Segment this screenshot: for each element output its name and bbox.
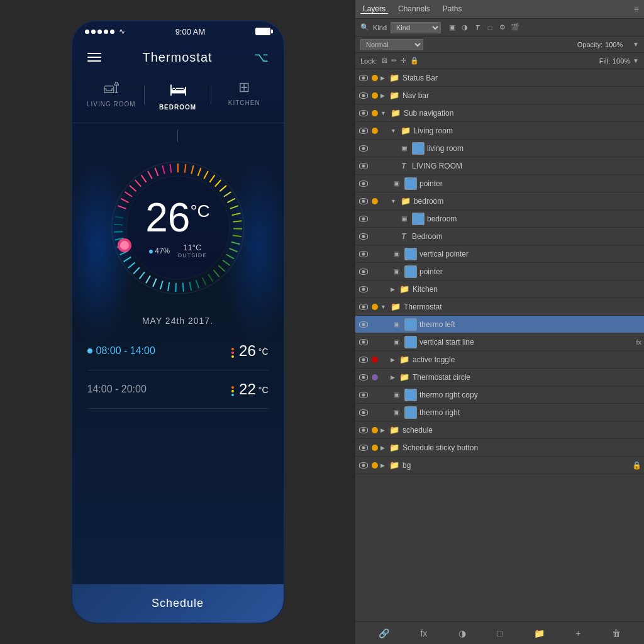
expand-icon-status-bar[interactable]: ▶ xyxy=(380,75,385,81)
expand-icon-bedroom-group[interactable]: ▼ xyxy=(391,198,396,204)
layer-item-kitchen-group[interactable]: ▶📁Kitchen xyxy=(355,280,644,298)
layer-item-bedroom-group[interactable]: ▼📁bedroom xyxy=(355,192,644,210)
thermostat-circle[interactable]: 26 ° C ● 47% 11°C OUTSIDE xyxy=(103,152,253,303)
fill-value[interactable]: 100% xyxy=(613,57,630,65)
visibility-icon-bg-group[interactable] xyxy=(358,460,369,471)
lock-transparent-icon[interactable]: ⊠ xyxy=(382,57,387,65)
smart-filter-icon[interactable]: ⚙ xyxy=(497,23,508,33)
visibility-icon-kitchen-group[interactable] xyxy=(358,284,369,295)
schedule-button[interactable]: Schedule xyxy=(72,584,284,623)
visibility-icon-thermostat-circle[interactable] xyxy=(358,372,369,383)
visibility-icon-living-room-group[interactable] xyxy=(358,125,369,136)
visibility-icon-nav-bar[interactable] xyxy=(358,90,369,101)
delete-icon[interactable]: 🗑 xyxy=(612,628,621,638)
schedule-item-2[interactable]: 14:00 - 20:00 22 °C xyxy=(87,370,269,409)
opacity-arrow[interactable]: ▼ xyxy=(633,41,639,48)
visibility-icon-thermo-right[interactable] xyxy=(358,407,369,418)
visibility-icon-bedroom-text[interactable] xyxy=(358,231,369,242)
thumbnail-living-room-layer xyxy=(412,142,425,155)
visibility-icon-pointer2[interactable] xyxy=(358,266,369,277)
expand-icon-thermostat-circle[interactable]: ▶ xyxy=(391,374,395,380)
expand-icon-thermostat-group[interactable]: ▼ xyxy=(380,304,386,310)
video-filter-icon[interactable]: 🎬 xyxy=(510,23,520,33)
filter-type-dropdown[interactable]: Kind xyxy=(391,22,441,33)
layer-item-vertical-pointer[interactable]: ▣vertical pointer xyxy=(355,245,644,263)
expand-icon-nav-bar[interactable]: ▶ xyxy=(380,92,385,99)
tab-channels[interactable]: Channels xyxy=(396,4,433,14)
lock-all-icon[interactable]: 🔒 xyxy=(410,57,419,65)
blend-mode-dropdown[interactable]: Normal xyxy=(360,39,423,50)
layer-item-pointer1[interactable]: ▣pointer xyxy=(355,175,644,192)
layer-item-bg-group[interactable]: ▶📁bg🔒 xyxy=(355,457,644,474)
visibility-icon-status-bar[interactable] xyxy=(358,72,369,84)
visibility-icon-thermo-right-copy[interactable] xyxy=(358,389,369,401)
opacity-value[interactable]: 100% xyxy=(605,41,630,48)
layer-item-bedroom-text[interactable]: TBedroom xyxy=(355,228,644,245)
layer-item-schedule-group[interactable]: ▶📁schedule xyxy=(355,421,644,439)
fx-icon[interactable]: fx xyxy=(420,628,427,638)
expand-icon-active-toggle[interactable]: ▶ xyxy=(391,357,395,363)
type-icon-pointer1: ▣ xyxy=(391,178,402,189)
tab-layers[interactable]: Layers xyxy=(360,4,388,14)
expand-icon-sub-navigation[interactable]: ▼ xyxy=(380,110,386,116)
lock-move-icon[interactable]: ✛ xyxy=(401,57,406,65)
expand-icon-kitchen-group[interactable]: ▶ xyxy=(391,286,395,292)
adjustment-icon[interactable]: ◑ xyxy=(458,628,466,638)
lock-brush-icon[interactable]: ✏ xyxy=(391,57,397,65)
visibility-icon-thermostat-group[interactable] xyxy=(358,301,369,313)
visibility-icon-active-toggle[interactable] xyxy=(358,354,369,365)
visibility-icon-bedroom-layer[interactable] xyxy=(358,213,369,225)
mask-icon[interactable]: □ xyxy=(497,628,502,638)
color-dot-thermo-right-copy xyxy=(372,392,378,398)
color-dot-nav-bar xyxy=(372,92,378,99)
layer-item-thermostat-circle[interactable]: ▶📁Thermostat circle xyxy=(355,369,644,386)
visibility-icon-living-room-text[interactable] xyxy=(358,160,369,172)
layer-item-living-room-text[interactable]: TLIVING ROOM xyxy=(355,157,644,175)
visibility-icon-thermo-left[interactable] xyxy=(358,319,369,330)
layer-item-sub-navigation[interactable]: ▼📁Sub navigation xyxy=(355,104,644,122)
new-layer-icon[interactable]: + xyxy=(575,628,580,638)
shape-filter-icon[interactable]: □ xyxy=(485,23,495,33)
layers-menu-button[interactable]: ≡ xyxy=(634,4,639,14)
expand-icon-living-room-group[interactable]: ▼ xyxy=(391,128,396,134)
layer-item-status-bar[interactable]: ▶📁Status Bar xyxy=(355,69,644,87)
visibility-icon-schedule-group[interactable] xyxy=(358,425,369,436)
layer-item-thermo-right[interactable]: ▣thermo right xyxy=(355,404,644,421)
hamburger-menu[interactable] xyxy=(87,53,101,62)
layer-item-thermo-left[interactable]: ▣thermo left xyxy=(355,316,644,333)
layer-item-schedule-sticky[interactable]: ▶📁Schedule sticky button xyxy=(355,439,644,457)
expand-icon-bg-group[interactable]: ▶ xyxy=(380,462,385,469)
layer-item-active-toggle[interactable]: ▶📁active toggle xyxy=(355,351,644,369)
svg-line-34 xyxy=(196,280,199,288)
visibility-icon-sub-navigation[interactable] xyxy=(358,108,369,119)
nav-item-living-room[interactable]: 🛋 LIVING ROOM xyxy=(79,79,145,108)
network-icon[interactable]: ⌥ xyxy=(254,50,269,65)
layer-item-vertical-start-line[interactable]: ▣vertical start linefx xyxy=(355,333,644,351)
expand-icon-schedule-group[interactable]: ▶ xyxy=(380,427,385,433)
layer-item-thermostat-group[interactable]: ▼📁Thermostat xyxy=(355,298,644,316)
visibility-icon-vertical-start-line[interactable] xyxy=(358,336,369,348)
layer-item-nav-bar[interactable]: ▶📁Nav bar xyxy=(355,87,644,104)
layer-item-bedroom-layer[interactable]: ▣bedroom xyxy=(355,210,644,228)
nav-item-kitchen[interactable]: ⊞ KITCHEN xyxy=(211,79,277,106)
type-filter-icon[interactable]: T xyxy=(472,23,482,33)
fill-arrow[interactable]: ▼ xyxy=(633,57,639,64)
adjust-filter-icon[interactable]: ◑ xyxy=(460,23,470,33)
layer-item-pointer2[interactable]: ▣pointer xyxy=(355,263,644,280)
layer-item-thermo-right-copy[interactable]: ▣thermo right copy xyxy=(355,386,644,404)
visibility-icon-bedroom-group[interactable] xyxy=(358,196,369,207)
tab-paths[interactable]: Paths xyxy=(440,4,465,14)
visibility-icon-living-room-layer[interactable] xyxy=(358,143,369,154)
thermostat-area: 26 ° C ● 47% 11°C OUTSIDE xyxy=(72,123,284,623)
folder-new-icon[interactable]: 📁 xyxy=(534,628,545,638)
visibility-icon-schedule-sticky[interactable] xyxy=(358,442,369,453)
visibility-icon-vertical-pointer[interactable] xyxy=(358,248,369,260)
layer-item-living-room-group[interactable]: ▼📁Living room xyxy=(355,122,644,140)
schedule-item-1[interactable]: 08:00 - 14:00 26 °C xyxy=(87,332,269,370)
nav-item-bedroom[interactable]: 🛏 BEDROOM xyxy=(145,79,211,111)
expand-icon-schedule-sticky[interactable]: ▶ xyxy=(380,445,385,451)
visibility-icon-pointer1[interactable] xyxy=(358,178,369,189)
layer-item-living-room-layer[interactable]: ▣living room xyxy=(355,140,644,157)
link-icon[interactable]: 🔗 xyxy=(379,628,389,638)
pixel-filter-icon[interactable]: ▣ xyxy=(447,23,457,33)
